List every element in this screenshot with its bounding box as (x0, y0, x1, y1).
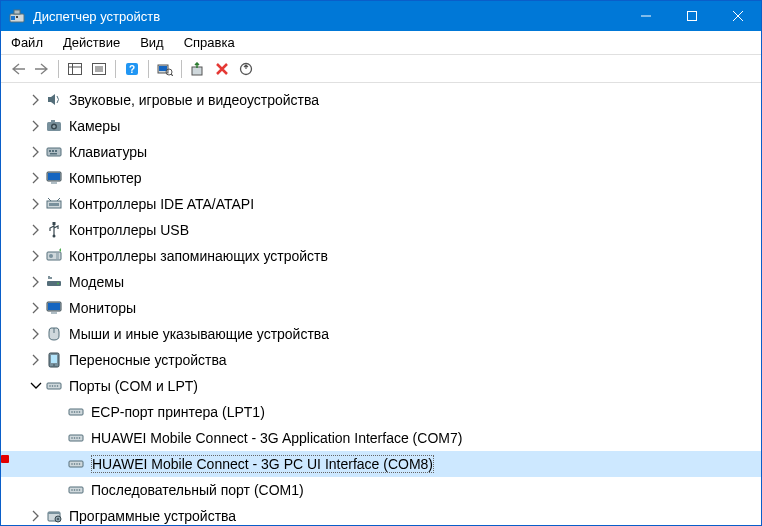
port-icon (67, 482, 85, 498)
svg-rect-5 (69, 63, 82, 74)
expander-spacer (51, 405, 65, 419)
chevron-right-icon[interactable] (29, 119, 43, 133)
chevron-right-icon[interactable] (29, 197, 43, 211)
window-title: Диспетчер устройств (33, 9, 623, 24)
tree-item-label: Мыши и иные указывающие устройства (69, 326, 329, 342)
maximize-button[interactable] (669, 1, 715, 31)
tree-item-label: HUAWEI Mobile Connect - 3G PC UI Interfa… (91, 455, 434, 473)
camera-icon (45, 118, 63, 134)
toolbar-separator (181, 60, 182, 78)
svg-rect-10 (159, 66, 167, 71)
tree-item-label: Программные устройства (69, 508, 236, 524)
monitor-icon (45, 170, 63, 186)
chevron-right-icon[interactable] (29, 93, 43, 107)
tree-item[interactable]: Мониторы (1, 295, 761, 321)
tree-item-label: Контроллеры IDE ATA/ATAPI (69, 196, 254, 212)
menu-action[interactable]: Действие (53, 32, 130, 53)
chevron-right-icon[interactable] (29, 353, 43, 367)
tree-item-label: Клавиатуры (69, 144, 147, 160)
scan-hardware-button[interactable] (154, 58, 176, 80)
show-hide-console-button[interactable] (64, 58, 86, 80)
chevron-right-icon[interactable] (29, 275, 43, 289)
svg-rect-3 (14, 10, 20, 14)
tree-item[interactable]: Контроллеры IDE ATA/ATAPI (1, 191, 761, 217)
chevron-right-icon[interactable] (29, 145, 43, 159)
port-icon (67, 430, 85, 446)
menu-view[interactable]: Вид (130, 32, 174, 53)
chevron-right-icon[interactable] (29, 223, 43, 237)
annotation-red-marker (1, 455, 9, 463)
mouse-icon (45, 326, 63, 342)
tree-item-label: ECP-порт принтера (LPT1) (91, 404, 265, 420)
expander-spacer (51, 483, 65, 497)
tree-item[interactable]: Мыши и иные указывающие устройства (1, 321, 761, 347)
tree-item-label: Контроллеры USB (69, 222, 189, 238)
menu-help[interactable]: Справка (174, 32, 245, 53)
app-icon (9, 8, 25, 24)
close-button[interactable] (715, 1, 761, 31)
menubar: Файл Действие Вид Справка (1, 31, 761, 55)
tree-item-label: Контроллеры запоминающих устройств (69, 248, 328, 264)
tree-item-label: Последовательный порт (COM1) (91, 482, 304, 498)
toolbar-separator (148, 60, 149, 78)
svg-rect-12 (192, 67, 202, 75)
expander-spacer (51, 431, 65, 445)
titlebar[interactable]: Диспетчер устройств (1, 1, 761, 31)
tree-item-label: Модемы (69, 274, 124, 290)
svg-rect-4 (688, 12, 697, 21)
tree-item[interactable]: Порты (COM и LPT) (1, 373, 761, 399)
tree-item[interactable]: Камеры (1, 113, 761, 139)
chevron-right-icon[interactable] (29, 171, 43, 185)
ide-icon (45, 196, 63, 212)
tree-item[interactable]: Программные устройства (1, 503, 761, 525)
minimize-button[interactable] (623, 1, 669, 31)
chevron-down-icon[interactable] (29, 379, 43, 393)
tree-item[interactable]: Контроллеры запоминающих устройств (1, 243, 761, 269)
chevron-right-icon[interactable] (29, 301, 43, 315)
toolbar-separator (115, 60, 116, 78)
tree-item-label: Компьютер (69, 170, 141, 186)
device-manager-window: Диспетчер устройств Файл Действие Вид Сп… (0, 0, 762, 526)
tree-item[interactable]: HUAWEI Mobile Connect - 3G Application I… (1, 425, 761, 451)
tree-item-label: HUAWEI Mobile Connect - 3G Application I… (91, 430, 462, 446)
tree-item[interactable]: HUAWEI Mobile Connect - 3G PC UI Interfa… (1, 451, 761, 477)
chevron-right-icon[interactable] (29, 327, 43, 341)
device-tree[interactable]: Звуковые, игровые и видеоустройстваКамер… (1, 83, 761, 525)
portable-icon (45, 352, 63, 368)
properties-button[interactable] (88, 58, 110, 80)
update-driver-button[interactable] (235, 58, 257, 80)
tree-item-label: Порты (COM и LPT) (69, 378, 198, 394)
chevron-right-icon[interactable] (29, 509, 43, 523)
tree-item[interactable]: Контроллеры USB (1, 217, 761, 243)
enable-device-button[interactable] (187, 58, 209, 80)
tree-item-label: Камеры (69, 118, 120, 134)
usb-icon (45, 222, 63, 238)
tree-item-label: Мониторы (69, 300, 136, 316)
keyboard-icon (45, 144, 63, 160)
tree-item[interactable]: Звуковые, игровые и видеоустройства (1, 87, 761, 113)
tree-item[interactable]: Переносные устройства (1, 347, 761, 373)
port-icon (67, 404, 85, 420)
svg-text:?: ? (129, 64, 135, 75)
monitor-icon (45, 300, 63, 316)
uninstall-device-button[interactable] (211, 58, 233, 80)
back-button[interactable] (7, 58, 29, 80)
tree-item[interactable]: Модемы (1, 269, 761, 295)
tree-item[interactable]: Последовательный порт (COM1) (1, 477, 761, 503)
toolbar-separator (58, 60, 59, 78)
chevron-right-icon[interactable] (29, 249, 43, 263)
tree-item-label: Переносные устройства (69, 352, 227, 368)
toolbar: ? (1, 55, 761, 83)
tree-item[interactable]: ECP-порт принтера (LPT1) (1, 399, 761, 425)
menu-file[interactable]: Файл (1, 32, 53, 53)
svg-rect-1 (11, 16, 15, 20)
tree-item[interactable]: Компьютер (1, 165, 761, 191)
forward-button[interactable] (31, 58, 53, 80)
tree-item-label: Звуковые, игровые и видеоустройства (69, 92, 319, 108)
modem-icon (45, 274, 63, 290)
storage-icon (45, 248, 63, 264)
tree-item[interactable]: Клавиатуры (1, 139, 761, 165)
help-button[interactable]: ? (121, 58, 143, 80)
tree-pane[interactable]: Звуковые, игровые и видеоустройстваКамер… (1, 83, 761, 525)
port-icon (67, 456, 85, 472)
